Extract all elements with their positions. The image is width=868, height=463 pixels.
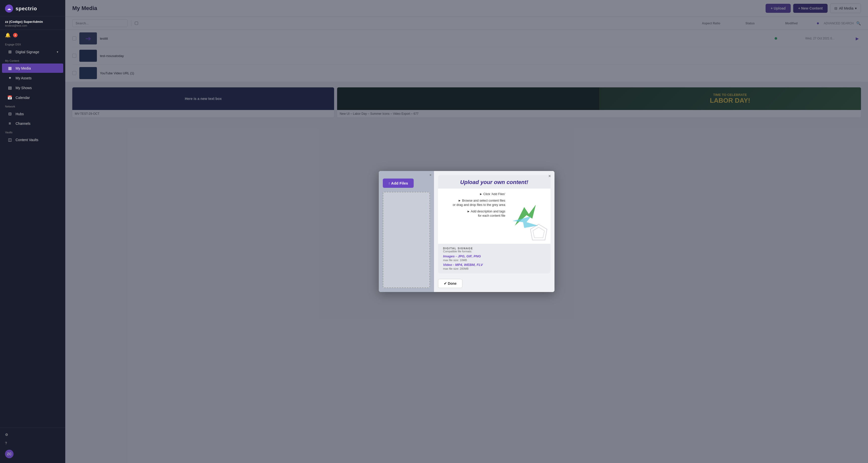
section-label-my-content: My Content (0, 57, 65, 63)
upload-info-panel: × Upload your own content! ► Click 'Add … (434, 171, 555, 292)
sidebar-item-content-vaults[interactable]: ◫ Content Vaults (2, 135, 63, 144)
sidebar-label-my-shows: My Shows (16, 86, 32, 90)
app-name: spectrio (16, 6, 37, 11)
section-label-engage: Engage DSX (0, 40, 65, 47)
settings-icon: ⚙ (5, 433, 8, 437)
sidebar-label-my-media: My Media (16, 66, 31, 70)
vaults-icon: ◫ (7, 137, 12, 142)
sidebar: ☁ spectrio zz (Codigo) SuperAdmin testte… (0, 0, 65, 463)
upload-info-box: Upload your own content! ► Click 'Add Fi… (438, 175, 551, 273)
upload-steps: ► Click 'Add Files' ► Browse and select … (443, 190, 505, 241)
user-email: testtest@test.com (5, 24, 60, 27)
sidebar-bottom: ⚙ ? ZC (0, 428, 65, 463)
format-video-label: Video - MP4, WEBM, FLV max file size: 20… (443, 263, 546, 270)
upload-step-1: ► Click 'Add Files' (443, 192, 505, 196)
main-content: My Media + Upload + New Content ⊟ All Me… (65, 0, 868, 463)
upload-info-header: Upload your own content! (438, 175, 551, 189)
format-video-size: max file size: 200MB (443, 267, 468, 270)
sidebar-label-digital-signage: Digital Signage (16, 50, 39, 54)
close-modal-button[interactable]: × (548, 174, 551, 179)
svg-marker-3 (533, 227, 545, 238)
sidebar-label-hubs: Hubs (16, 112, 24, 116)
sidebar-item-hubs[interactable]: ⊟ Hubs (2, 109, 63, 119)
upload-info-footer: DIGITAL SIGNAGE Compatible file formats:… (438, 244, 551, 273)
dropzone-area[interactable] (383, 192, 430, 288)
sidebar-item-my-media[interactable]: ▦ My Media (2, 64, 63, 73)
sidebar-item-digital-signage[interactable]: ⊞ Digital Signage ▾ (2, 47, 63, 57)
sidebar-label-calendar: Calendar (16, 96, 30, 100)
upload-modal: × ↑ Add Files × Upload your own content!… (379, 171, 555, 292)
grid-icon: ⊞ (7, 50, 12, 54)
modal-overlay: × ↑ Add Files × Upload your own content!… (65, 0, 868, 463)
sidebar-label-my-assets: My Assets (16, 76, 32, 80)
sidebar-label-channels: Channels (16, 122, 30, 126)
close-left-panel-button[interactable]: × (430, 173, 432, 177)
add-files-button[interactable]: ↑ Add Files (383, 179, 414, 188)
notification-badge: 4 (13, 33, 18, 37)
sidebar-item-calendar[interactable]: 📅 Calendar (2, 93, 63, 102)
upload-step-2: ► Browse and select content filesor drag… (443, 198, 505, 207)
logo-icon: ☁ (5, 4, 13, 12)
sidebar-label-content-vaults: Content Vaults (16, 138, 38, 142)
upload-step-3: ► Add description and tagsfor each conte… (443, 209, 505, 218)
user-name: zz (Codigo) SuperAdmin (5, 20, 60, 24)
calendar-icon: 📅 (7, 95, 12, 100)
sidebar-logo: ☁ spectrio (0, 0, 65, 16)
digital-signage-label: DIGITAL SIGNAGE (443, 247, 546, 250)
avatar: ZC (5, 450, 13, 458)
section-label-vaults: Vaults (0, 128, 65, 135)
format-images-label: Images - JPG, GIF, PNG max file size: 10… (443, 254, 546, 262)
section-label-network: Network (0, 102, 65, 109)
sidebar-item-avatar[interactable]: ZC (0, 447, 65, 461)
notification-bell-icon[interactable]: 🔔 (5, 32, 10, 38)
sidebar-item-help[interactable]: ? (0, 439, 65, 447)
channels-icon: ≡ (7, 121, 12, 126)
diamond-decoration (530, 224, 548, 241)
format-images-size: max file size: 10MB (443, 258, 467, 261)
assets-icon: ✦ (7, 75, 12, 80)
sidebar-item-my-assets[interactable]: ✦ My Assets (2, 73, 63, 83)
hubs-icon: ⊟ (7, 112, 12, 116)
help-icon: ? (5, 441, 7, 445)
media-icon: ▦ (7, 66, 12, 70)
done-button[interactable]: ✔ Done (438, 279, 462, 288)
sidebar-item-channels[interactable]: ≡ Channels (2, 119, 63, 128)
upload-info-body: ► Click 'Add Files' ► Browse and select … (438, 189, 551, 244)
done-button-row: ✔ Done (434, 276, 555, 292)
shows-icon: ▤ (7, 85, 12, 90)
upload-dropzone-panel: × ↑ Add Files (379, 171, 434, 292)
sidebar-user: zz (Codigo) SuperAdmin testtest@test.com (0, 16, 65, 30)
sidebar-item-my-shows[interactable]: ▤ My Shows (2, 83, 63, 92)
chevron-down-icon: ▾ (57, 50, 58, 54)
upload-info-title: Upload your own content! (443, 179, 546, 186)
compatible-formats-label: Compatible file formats: (443, 250, 546, 253)
sidebar-item-settings[interactable]: ⚙ (0, 430, 65, 439)
